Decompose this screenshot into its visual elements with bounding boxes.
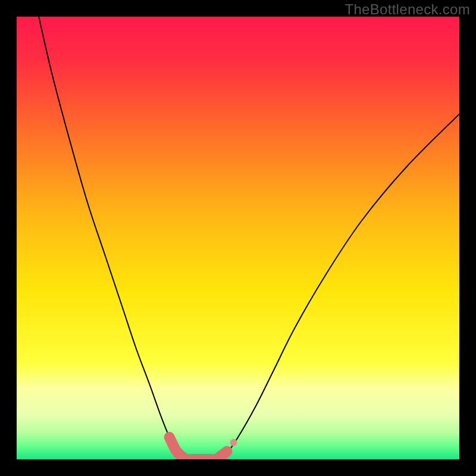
plot-area — [17, 17, 459, 459]
chart-frame: TheBottleneck.com — [0, 0, 476, 476]
svg-point-1 — [174, 449, 178, 453]
extra-dot — [230, 439, 237, 446]
watermark-text: TheBottleneck.com — [345, 1, 470, 18]
gradient-background — [17, 17, 459, 459]
svg-point-0 — [167, 435, 171, 439]
svg-point-8 — [219, 454, 223, 458]
svg-point-9 — [225, 449, 229, 453]
svg-point-2 — [181, 455, 185, 459]
chart-svg — [17, 17, 459, 459]
